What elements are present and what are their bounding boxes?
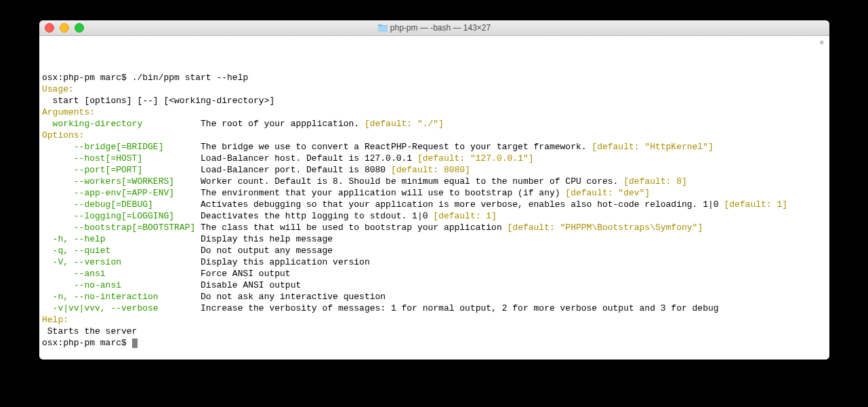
option-desc: Do not ask any interactive question <box>201 292 386 302</box>
option-flag: -h, --help <box>42 234 201 244</box>
option-flag: --app-env[=APP-ENV] <box>42 188 201 198</box>
window-title-text: php-pm — -bash — 143×27 <box>390 23 491 33</box>
option-desc: Disable ANSI output <box>201 280 301 290</box>
option-flag: -v|vv|vvv, --verbose <box>42 303 201 313</box>
option-row: --workers[=WORKERS] Worker count. Defaul… <box>42 176 827 187</box>
prompt-text: osx:php-pm marc$ <box>42 338 132 348</box>
option-default: [default: "127.0.0.1"] <box>417 153 534 163</box>
option-desc: Deactivates the http logging to stdout. … <box>201 211 433 221</box>
terminal-window: php-pm — -bash — 143×27 ≡ osx:php-pm mar… <box>39 20 829 360</box>
option-default: [default: 1] <box>433 211 497 221</box>
option-flag: --no-ansi <box>42 280 201 290</box>
option-default: [default: "HttpKernel"] <box>592 142 713 152</box>
option-row: --app-env[=APP-ENV] The environment that… <box>42 187 827 199</box>
option-desc: The environment that your application wi… <box>201 188 565 198</box>
option-default: [default: 8080] <box>391 165 470 175</box>
close-icon[interactable] <box>45 23 54 33</box>
terminal-body[interactable]: ≡ osx:php-pm marc$ ./bin/ppm start --hel… <box>39 36 829 360</box>
option-desc: Display this help message <box>201 234 333 244</box>
option-flag: --host[=HOST] <box>42 153 201 163</box>
option-row: --debug[=DEBUG] Activates debugging so t… <box>42 199 827 210</box>
option-desc: Do not output any message <box>201 246 333 256</box>
command-text: ./bin/ppm start --help <box>132 73 249 83</box>
option-flag: --workers[=WORKERS] <box>42 176 201 187</box>
option-row: --ansi Force ANSI output <box>42 268 827 279</box>
window-title: php-pm — -bash — 143×27 <box>39 23 829 33</box>
titlebar: php-pm — -bash — 143×27 <box>39 20 829 36</box>
option-desc: The bridge we use to convert a ReactPHP-… <box>201 142 592 152</box>
option-row: --logging[=LOGGING] Deactivates the http… <box>42 210 827 222</box>
prompt-text: osx:php-pm marc$ <box>42 73 132 83</box>
option-flag: --port[=PORT] <box>42 165 201 175</box>
option-desc: Worker count. Default is 8. Should be mi… <box>201 176 623 187</box>
option-desc: Force ANSI output <box>201 269 291 279</box>
usage-header: Usage: <box>42 84 74 94</box>
help-header: Help: <box>42 315 68 325</box>
arg-name: working-directory <box>42 119 201 129</box>
option-flag: -n, --no-interaction <box>42 292 201 302</box>
option-desc: The class that will be used to bootstrap… <box>201 222 507 233</box>
option-default: [default: "PHPPM\Bootstraps\Symfony"] <box>508 222 703 233</box>
option-flag: --bridge[=BRIDGE] <box>42 142 201 152</box>
scroll-indicator-icon: ≡ <box>820 37 828 43</box>
option-default: [default: "dev"] <box>565 188 650 198</box>
arguments-header: Arguments: <box>42 107 95 117</box>
option-row: --no-ansi Disable ANSI output <box>42 279 827 291</box>
option-flag: --bootstrap[=BOOTSTRAP] <box>42 222 201 233</box>
option-row: --bridge[=BRIDGE] The bridge we use to c… <box>42 141 827 153</box>
option-row: --host[=HOST] Load-Balancer host. Defaul… <box>42 153 827 164</box>
option-flag: -q, --quiet <box>42 246 201 256</box>
option-flag: --ansi <box>42 269 201 279</box>
option-row: -V, --version Display this application v… <box>42 256 827 268</box>
option-flag: --logging[=LOGGING] <box>42 211 201 221</box>
options-header: Options: <box>42 130 84 140</box>
option-desc: Load-Balancer port. Default is 8080 <box>201 165 391 175</box>
arg-desc: The root of your appplication. <box>201 119 365 129</box>
option-desc: Load-Balancer host. Default is 127.0.0.1 <box>201 153 417 163</box>
option-desc: Increase the verbosity of messages: 1 fo… <box>201 303 719 313</box>
option-desc: Display this application version <box>201 257 370 267</box>
option-row: --port[=PORT] Load-Balancer port. Defaul… <box>42 164 827 176</box>
option-row: -n, --no-interaction Do not ask any inte… <box>42 291 827 303</box>
traffic-lights <box>45 23 84 33</box>
option-default: [default: 1] <box>724 199 787 210</box>
option-flag: -V, --version <box>42 257 201 267</box>
zoom-icon[interactable] <box>75 23 84 33</box>
folder-icon <box>378 24 388 32</box>
option-flag: --debug[=DEBUG] <box>42 199 201 210</box>
option-desc: Activates debugging so that your applica… <box>201 199 724 210</box>
usage-line: start [options] [--] [<working-directory… <box>42 96 274 106</box>
option-row: -q, --quiet Do not output any message <box>42 245 827 256</box>
cursor <box>132 338 138 348</box>
option-default: [default: 8] <box>623 176 687 187</box>
option-row: -v|vv|vvv, --verbose Increase the verbos… <box>42 303 827 314</box>
option-row: -h, --help Display this help message <box>42 233 827 245</box>
help-text: Starts the server <box>42 326 137 336</box>
arg-default: [default: "./"] <box>365 119 444 129</box>
minimize-icon[interactable] <box>60 23 69 33</box>
option-row: --bootstrap[=BOOTSTRAP] The class that w… <box>42 222 827 233</box>
